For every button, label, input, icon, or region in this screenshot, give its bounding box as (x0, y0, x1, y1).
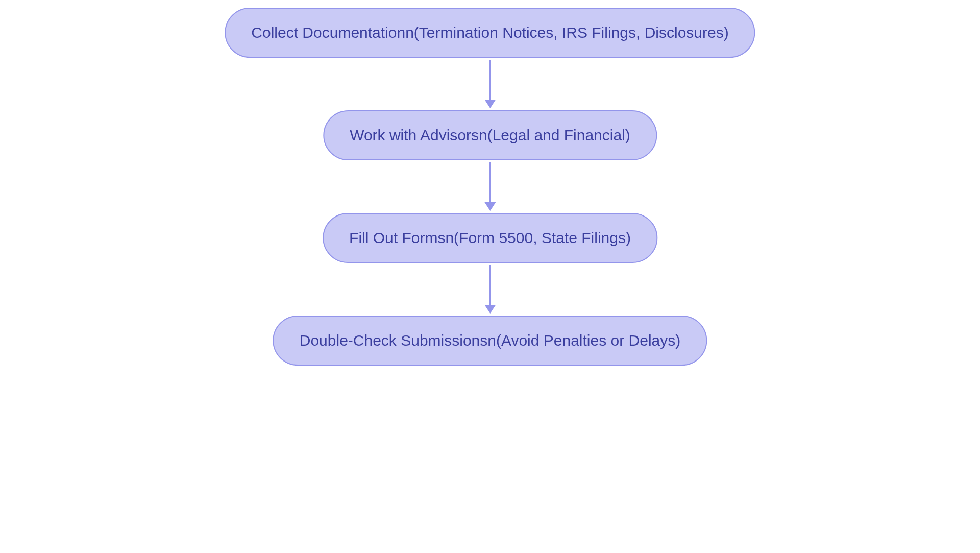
arrow (484, 162, 496, 211)
node-collect-documentation: Collect Documentationn(Termination Notic… (225, 8, 755, 58)
arrow-line (489, 60, 491, 100)
arrow (484, 60, 496, 108)
node-label: Fill Out Formsn(Form 5500, State Filings… (349, 229, 631, 247)
arrow-line (489, 265, 491, 305)
arrow-head-icon (484, 305, 496, 314)
node-label: Collect Documentationn(Termination Notic… (251, 24, 728, 41)
node-double-check: Double-Check Submissionsn(Avoid Penaltie… (273, 316, 707, 366)
arrow (484, 265, 496, 314)
arrow-head-icon (484, 100, 496, 108)
node-work-advisors: Work with Advisorsn(Legal and Financial) (323, 110, 657, 160)
arrow-line (489, 162, 491, 202)
node-label: Work with Advisorsn(Legal and Financial) (350, 127, 630, 144)
node-label: Double-Check Submissionsn(Avoid Penaltie… (300, 332, 680, 349)
flowchart-container: Collect Documentationn(Termination Notic… (225, 8, 755, 366)
node-fill-forms: Fill Out Formsn(Form 5500, State Filings… (323, 213, 657, 263)
arrow-head-icon (484, 202, 496, 211)
